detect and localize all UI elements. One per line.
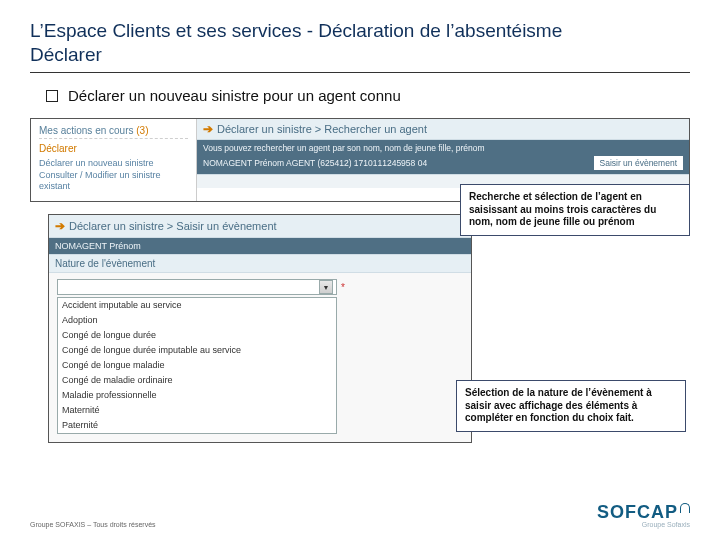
nature-select-row: ▼ * bbox=[57, 279, 463, 295]
breadcrumb-text: Déclarer un sinistre > Saisir un évèneme… bbox=[69, 220, 277, 232]
logo-main: SOFCAP bbox=[597, 502, 678, 522]
logo-arc-icon bbox=[680, 503, 690, 513]
sidebar-count: (3) bbox=[136, 125, 148, 136]
sidebar: Mes actions en cours (3) Déclarer Déclar… bbox=[31, 119, 196, 201]
option[interactable]: Maternité bbox=[58, 403, 336, 418]
option[interactable]: Congé de longue maladie bbox=[58, 358, 336, 373]
agent-row: NOMAGENT Prénom AGENT (625412) 171011124… bbox=[197, 156, 689, 174]
breadcrumb-text: Déclarer un sinistre > Rechercher un age… bbox=[217, 123, 427, 135]
sidebar-heading: Mes actions en cours (3) bbox=[39, 125, 188, 136]
option[interactable]: Accident imputable au service bbox=[58, 298, 336, 313]
help-text: Vous pouvez rechercher un agent par son … bbox=[203, 143, 485, 153]
breadcrumb: ➔ Déclarer un sinistre > Rechercher un a… bbox=[197, 119, 689, 140]
bullet-row: Déclarer un nouveau sinistre pour un age… bbox=[46, 87, 690, 104]
breadcrumb: ➔ Déclarer un sinistre > Saisir un évène… bbox=[49, 215, 471, 238]
callout-event-nature: Sélection de la nature de l’évènement à … bbox=[456, 380, 686, 432]
arrow-icon: ➔ bbox=[55, 219, 65, 233]
chevron-down-icon: ▼ bbox=[319, 280, 333, 294]
enter-event-button[interactable]: Saisir un évènement bbox=[594, 156, 684, 170]
arrow-icon: ➔ bbox=[203, 122, 213, 136]
sidebar-section: Déclarer bbox=[39, 143, 188, 154]
footer-copyright: Groupe SOFAXIS – Tous droits réservés bbox=[30, 521, 156, 528]
option[interactable]: Congé de longue durée bbox=[58, 328, 336, 343]
title-line-1: L’Espace Clients et ses services - Décla… bbox=[30, 20, 690, 42]
slide-title: L’Espace Clients et ses services - Décla… bbox=[30, 20, 690, 66]
agent-result: NOMAGENT Prénom AGENT (625412) 171011124… bbox=[203, 158, 427, 168]
option[interactable]: Paternité bbox=[58, 418, 336, 433]
agent-header: NOMAGENT Prénom bbox=[49, 238, 471, 254]
option[interactable]: Congé de longue durée imputable au servi… bbox=[58, 343, 336, 358]
logo-sub: Groupe Sofaxis bbox=[597, 521, 690, 528]
nature-options-list: Accident imputable au service Adoption C… bbox=[57, 297, 337, 434]
title-line-2: Déclarer bbox=[30, 44, 690, 66]
option[interactable]: Congé de maladie ordinaire bbox=[58, 373, 336, 388]
required-star-icon: * bbox=[341, 282, 345, 293]
option[interactable]: Maladie professionnelle bbox=[58, 388, 336, 403]
sidebar-divider bbox=[39, 138, 188, 139]
footer: Groupe SOFAXIS – Tous droits réservés SO… bbox=[30, 503, 690, 528]
option[interactable]: Adoption bbox=[58, 313, 336, 328]
section-header: Nature de l'évènement bbox=[49, 254, 471, 273]
sidebar-heading-text: Mes actions en cours bbox=[39, 125, 134, 136]
nature-select[interactable]: ▼ bbox=[57, 279, 337, 295]
bullet-square-icon bbox=[46, 90, 58, 102]
sidebar-link-declare-new[interactable]: Déclarer un nouveau sinistre bbox=[39, 158, 188, 170]
callout-search-agent: Recherche et sélection de l’agent en sai… bbox=[460, 184, 690, 236]
logo: SOFCAP Groupe Sofaxis bbox=[597, 503, 690, 528]
help-row: Vous pouvez rechercher un agent par son … bbox=[197, 140, 689, 156]
sidebar-link-consult-modify[interactable]: Consulter / Modifier un sinistre existan… bbox=[39, 170, 188, 193]
screenshot-panel-enter-event: ➔ Déclarer un sinistre > Saisir un évène… bbox=[48, 214, 472, 443]
bullet-text: Déclarer un nouveau sinistre pour un age… bbox=[68, 87, 401, 104]
title-divider bbox=[30, 72, 690, 73]
